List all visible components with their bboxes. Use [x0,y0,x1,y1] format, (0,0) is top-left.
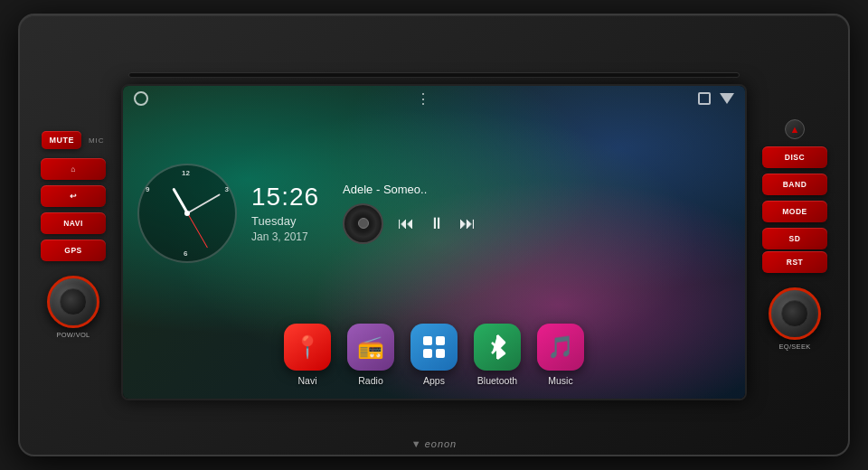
playback-buttons: ⏮ ⏸ ⏭ [396,212,477,235]
eq-knob-inner [781,300,808,327]
day-display: Tuesday [251,214,319,228]
clock-widget: 12 3 6 9 [137,164,237,263]
android-menu-icon[interactable]: ⋮ [416,90,431,108]
music-label: Music [548,375,572,386]
volume-knob[interactable] [47,276,99,328]
apps-row: 📍 Navi 📻 Radio [123,315,745,399]
svg-rect-3 [436,349,445,358]
svg-rect-1 [436,336,445,345]
mute-button[interactable]: MUTE [42,131,81,149]
app-bluetooth[interactable]: Bluetooth [474,324,521,386]
clock-num-3: 3 [225,185,229,193]
second-hand [187,212,208,248]
navi-button[interactable]: NAVI [41,212,106,234]
svg-rect-0 [423,336,432,345]
android-status-bar: ⋮ [123,86,745,111]
screen-content: 12 3 6 9 15:26 Tuesday [123,111,745,399]
music-title: Adele - Someo.. [343,183,427,196]
android-home-icon[interactable] [134,91,148,106]
rst-button[interactable]: RST [762,251,827,273]
main-screen: ⋮ 12 3 6 9 [121,84,747,400]
apps-icon [410,324,458,371]
play-pause-button[interactable]: ⏸ [427,212,447,235]
mode-button[interactable]: MODE [762,201,827,222]
back-button[interactable]: ↩ [41,185,106,207]
next-button[interactable]: ⏭ [458,212,477,235]
app-radio[interactable]: 📻 Radio [347,324,394,386]
clock-num-6: 6 [184,249,187,258]
time-display: 15:26 [251,183,319,212]
right-top-controls: ▲ [785,119,805,139]
top-bar [121,70,747,82]
vinyl-inner [358,218,369,229]
volume-knob-container: POW/VOL [47,276,99,339]
eq-knob-container: EQ/SEEK [769,287,821,351]
android-back-icon[interactable] [720,93,734,104]
app-navi[interactable]: 📍 Navi [284,324,331,386]
brand-name: eonon [425,438,458,449]
datetime-widget: 15:26 Tuesday Jan 3, 2017 [251,183,319,243]
knob-inner [60,288,87,315]
screen-container: ⋮ 12 3 6 9 [121,70,747,400]
brand-bar: ▼ eonon [411,438,457,449]
bluetooth-label: Bluetooth [477,375,517,386]
band-button[interactable]: BAND [762,174,827,195]
disc-button[interactable]: DISC [762,146,827,168]
left-panel: MUTE MIC ⌂ ↩ NAVI GPS POW/VOL [33,131,114,339]
pow-vol-label: POW/VOL [47,331,99,339]
android-recent-icon[interactable] [698,92,711,105]
disc-slot [128,72,740,78]
navi-label: Navi [297,375,316,386]
svg-rect-2 [423,349,432,358]
car-head-unit: MUTE MIC ⌂ ↩ NAVI GPS POW/VOL ⋮ [18,14,850,456]
brand-v-icon: ▼ [411,438,421,449]
right-panel: ▲ DISC BAND MODE SD RST EQ/SEEK [754,119,835,351]
eq-knob[interactable] [769,287,821,340]
radio-icon: 📻 [347,324,394,371]
clock-num-12: 12 [182,169,190,177]
mic-label: MIC [89,136,105,145]
date-display: Jan 3, 2017 [251,230,319,243]
left-top-controls: MUTE MIC [42,131,104,149]
home-button[interactable]: ⌂ [41,158,106,180]
eq-seek-label: EQ/SEEK [769,343,821,351]
clock-face: 12 3 6 9 [137,164,237,263]
prev-button[interactable]: ⏮ [396,212,416,235]
android-right-icons [698,92,734,105]
app-apps[interactable]: Apps [410,324,458,386]
sd-button[interactable]: SD [762,228,827,249]
radio-label: Radio [358,375,382,386]
clock-center-dot [184,211,190,216]
vinyl-disc [343,203,383,244]
gps-button[interactable]: GPS [41,240,106,261]
music-widget: Adele - Someo.. ⏮ ⏸ ⏭ [334,183,731,244]
music-controls: ⏮ ⏸ ⏭ [343,203,477,244]
minute-hand [187,193,221,214]
app-music[interactable]: 🎵 Music [537,324,584,386]
clock-num-9: 9 [146,185,149,193]
apps-label: Apps [423,375,445,386]
info-row: 12 3 6 9 15:26 Tuesday [123,111,745,315]
bluetooth-icon [474,324,521,371]
hour-hand [172,187,189,213]
eject-button[interactable]: ▲ [785,119,805,139]
navi-icon: 📍 [284,324,331,371]
music-icon: 🎵 [537,324,584,371]
